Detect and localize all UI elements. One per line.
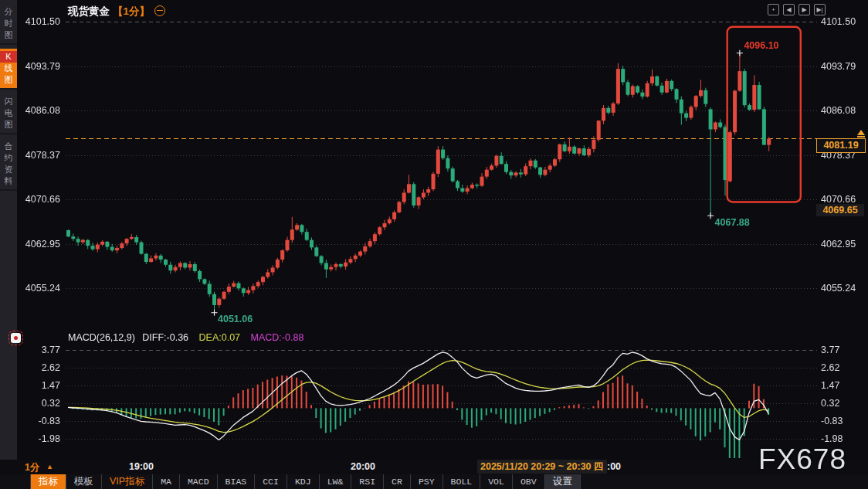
y-axis-tick-right: 2.62 — [821, 362, 839, 373]
scroll-right-icon[interactable]: ▶ — [798, 4, 810, 15]
sidebar-item-char: 图 — [0, 29, 17, 41]
y-axis-tick-right: 4062.95 — [821, 239, 856, 250]
sidebar-item-闪电图[interactable]: 闪电图 — [0, 93, 17, 134]
macd-indicator-header: MACD(26,12,9) DIFF:-0.36 DEA:0.07 MACD:-… — [68, 332, 303, 343]
y-axis-tick-right: -1.98 — [821, 433, 843, 444]
toolbar-tab-模板[interactable]: 模板 — [66, 474, 102, 489]
toolbar-tab-LW&[interactable]: LW& — [320, 474, 352, 489]
y-axis-tick-left: 4062.95 — [17, 239, 60, 250]
y-axis-tick-left: 2.62 — [17, 362, 60, 373]
y-axis-tick-right: 4101.50 — [821, 16, 856, 27]
collapse-circle-minus-icon[interactable] — [154, 5, 165, 16]
chart-toolbar-icons: +◀▶▶| — [768, 4, 826, 15]
sidebar-item-char: 合 — [0, 141, 17, 152]
fx678-watermark: FX678 — [758, 443, 846, 476]
toolbar-tab-设置[interactable]: 设置 — [545, 474, 581, 489]
sidebar-item-分时图[interactable]: 分时图 — [0, 4, 17, 45]
interval-dropdown-arrow-icon[interactable]: ▲ — [46, 463, 53, 470]
toolbar-tab-MA[interactable]: MA — [153, 474, 180, 489]
y-axis-tick-left: 4101.50 — [17, 16, 60, 27]
toolbar-spacer — [0, 474, 31, 489]
toolbar-tab-RSI[interactable]: RSI — [351, 474, 384, 489]
sidebar-item-char: K — [0, 51, 17, 63]
y-axis-tick-left: -0.83 — [17, 416, 60, 426]
sidebar-item-char: 图 — [0, 74, 17, 86]
y-axis-tick-right: 4093.79 — [821, 61, 856, 72]
y-axis-tick-right: 4086.08 — [821, 105, 856, 116]
y-axis-tick-left: 4093.79 — [17, 61, 60, 72]
jump-to-latest-icon[interactable]: ▶| — [814, 4, 826, 15]
y-axis-tick-left: 0.32 — [17, 398, 60, 409]
toolbar-tab-CR[interactable]: CR — [384, 474, 411, 489]
toolbar-tab-BOLL[interactable]: BOLL — [443, 474, 481, 489]
sidebar-item-合约资料[interactable]: 合约资料 — [0, 138, 17, 191]
sidebar-item-char: 约 — [0, 152, 17, 164]
sidebar-item-char: 分 — [0, 6, 17, 18]
indicator-alert-icon[interactable] — [11, 333, 21, 343]
toolbar-tab-指标[interactable]: 指标 — [31, 474, 66, 489]
scroll-left-icon[interactable]: ◀ — [783, 4, 795, 15]
extreme-price-label: 4096.10 — [744, 40, 778, 51]
reference-price-badge: 4069.65 — [816, 204, 864, 216]
y-axis-tick-left: 4070.66 — [17, 194, 60, 205]
toolbar-tab-CCI[interactable]: CCI — [255, 474, 287, 489]
sidebar-item-char: 图 — [0, 119, 17, 131]
symbol-name: 现货黄金 — [68, 5, 110, 17]
macd-dea-value: DEA:0.07 — [199, 332, 241, 343]
sidebar-item-char: 料 — [0, 175, 17, 187]
toolbar-tab-VIP指标[interactable]: VIP指标 — [102, 474, 153, 489]
sidebar-item-char: 线 — [0, 63, 17, 74]
time-label-19:00: 19:00 — [124, 461, 159, 472]
sidebar-item-char: 闪 — [0, 96, 17, 107]
sidebar-item-K线图[interactable]: K线图 — [0, 49, 17, 90]
chart-type-sidebar: 分时图K线图闪电图合约资料 — [0, 0, 17, 460]
y-axis-tick-right: 3.77 — [821, 345, 839, 355]
time-label-20:00: 20:00 — [345, 461, 381, 472]
y-axis-tick-left: -1.98 — [17, 433, 60, 444]
candlestick-chart-canvas[interactable] — [0, 0, 868, 489]
y-axis-tick-right: 4055.24 — [821, 283, 856, 294]
interval-tag: 【1分】 — [113, 5, 150, 17]
toolbar-tab-VOL[interactable]: VOL — [480, 474, 513, 489]
extreme-price-label: 4051.06 — [218, 314, 253, 324]
y-axis-tick-right: 4070.66 — [821, 194, 856, 205]
toolbar-tab-PSY[interactable]: PSY — [411, 474, 443, 489]
sidebar-item-char: 资 — [0, 164, 17, 175]
trading-app-window: 分时图K线图闪电图合约资料 现货黄金【1分】 +◀▶▶| 4101.504093… — [0, 0, 868, 489]
time-label-partial: :00 — [607, 461, 621, 472]
toolbar-tab-BIAS[interactable]: BIAS — [218, 474, 256, 489]
extreme-price-label: 4067.88 — [715, 217, 750, 228]
y-axis-tick-left: 3.77 — [17, 345, 60, 355]
y-axis-tick-left: 1.47 — [17, 380, 60, 391]
chart-title-bar: 现货黄金【1分】 — [68, 5, 165, 19]
y-axis-tick-left: 4078.37 — [17, 150, 60, 161]
sidebar-item-char: 电 — [0, 107, 17, 119]
price-pointer-arrow-icon — [857, 130, 865, 135]
macd-macd-value: MACD:-0.88 — [251, 332, 304, 343]
y-axis-tick-left: 4086.08 — [17, 105, 60, 116]
toolbar-tab-OBV[interactable]: OBV — [513, 474, 545, 489]
last-price-badge: 4081.19 — [816, 138, 866, 153]
y-axis-tick-right: 0.32 — [821, 398, 839, 409]
y-axis-tick-left: 4055.24 — [17, 283, 60, 294]
macd-diff-value: DIFF:-0.36 — [142, 332, 188, 343]
macd-title: MACD(26,12,9) — [68, 332, 135, 343]
candle-time-tooltip: 2025/11/20 20:29 ~ 20:30 四 — [477, 460, 607, 474]
y-axis-tick-right: -0.83 — [821, 416, 843, 426]
sidebar-item-char: 时 — [0, 18, 17, 29]
toolbar-tab-KDJ[interactable]: KDJ — [287, 474, 320, 489]
interval-selector[interactable]: 1分 — [25, 461, 39, 474]
toolbar-tab-MACD[interactable]: MACD — [180, 474, 218, 489]
crosshair-icon[interactable]: + — [768, 4, 779, 15]
indicator-toolbar: 指标模板VIP指标MAMACDBIASCCIKDJLW&RSICRPSYBOLL… — [0, 474, 868, 489]
time-axis: 1分 ▲ 2025/11/20 20:29 ~ 20:30 四 :00 19:0… — [0, 460, 868, 474]
y-axis-tick-right: 1.47 — [821, 380, 839, 391]
